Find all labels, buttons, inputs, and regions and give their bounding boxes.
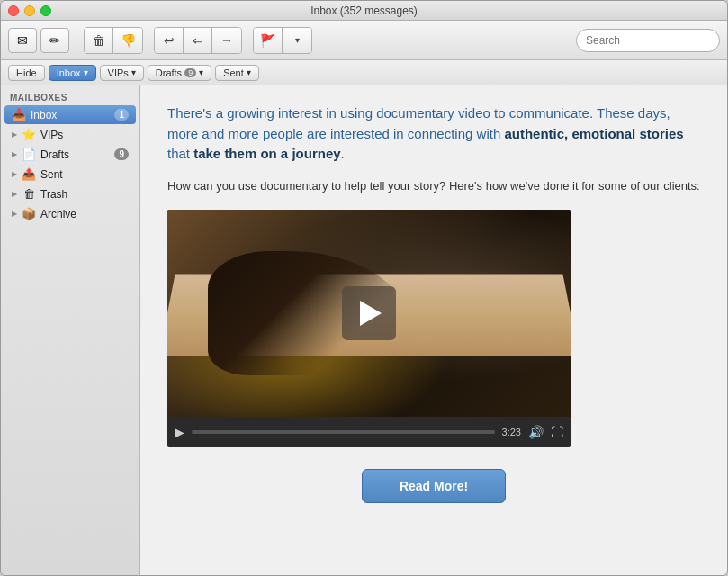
reply-group: ↩ ⇐ → [154, 27, 242, 54]
trash-icon: 🗑 [22, 187, 36, 201]
tab-inbox[interactable]: Inbox ▾ [49, 65, 96, 81]
video-volume-button[interactable]: 🔊 [528, 425, 544, 439]
sidebar-item-trash[interactable]: ▶ 🗑 Trash [4, 184, 136, 203]
inbox-badge: 1 [114, 109, 129, 121]
video-player[interactable]: ▶ 3:23 🔊 ⛶ [167, 210, 571, 447]
sidebar-item-label: Inbox [31, 109, 110, 122]
junk-button[interactable]: 👎 [113, 28, 142, 53]
disclosure-icon: ▶ [12, 170, 17, 178]
sidebar-item-vips[interactable]: ▶ ⭐ VIPs [4, 125, 136, 144]
archive-icon: 📦 [22, 207, 36, 220]
video-fullscreen-button[interactable]: ⛶ [551, 425, 563, 439]
sidebar: MAILBOXES 📥 Inbox 1 ▶ ⭐ VIPs ▶ 📄 Drafts … [1, 86, 140, 576]
delete-button[interactable]: 🗑 [85, 28, 113, 53]
reply-all-button[interactable]: ⇐ [184, 28, 212, 53]
inbox-icon: 📥 [12, 108, 26, 122]
play-button-overlay[interactable] [342, 286, 396, 340]
sidebar-item-label: VIPs [40, 129, 129, 141]
maximize-button[interactable] [40, 5, 51, 16]
traffic-lights [8, 5, 51, 16]
read-more-button[interactable]: Read More! [362, 469, 506, 503]
email-intro-text-3: . [341, 146, 345, 161]
drafts-badge: 9 [114, 148, 129, 160]
title-bar: Inbox (352 messages) [1, 1, 727, 21]
window-title: Inbox (352 messages) [310, 4, 418, 17]
sidebar-item-drafts[interactable]: ▶ 📄 Drafts 9 [4, 145, 136, 164]
toolbar: ✉ ✏ 🗑 👎 ↩ ⇐ → 🚩 ▾ [1, 21, 727, 60]
disclosure-icon: ▶ [12, 190, 17, 198]
email-body-text: How can you use documentary to help tell… [167, 177, 700, 196]
email-bold-2: take them on a journey [193, 146, 340, 161]
tab-sent[interactable]: Sent ▾ [215, 65, 259, 81]
email-bold-1: authentic, emotional stories [504, 126, 683, 141]
email-content-pane: There's a growing interest in using docu… [140, 86, 727, 576]
vips-icon: ⭐ [22, 128, 36, 141]
sidebar-section-label: MAILBOXES [1, 89, 139, 104]
video-controls-bar: ▶ 3:23 🔊 ⛶ [167, 417, 571, 447]
nav-bar: Hide Inbox ▾ VIPs ▾ Drafts 9 ▾ Sent ▾ [1, 60, 727, 86]
flag-button[interactable]: 🚩 [254, 28, 283, 53]
email-intro-text-2: that [167, 146, 193, 161]
tab-drafts[interactable]: Drafts 9 ▾ [148, 65, 211, 81]
main-area: MAILBOXES 📥 Inbox 1 ▶ ⭐ VIPs ▶ 📄 Drafts … [1, 86, 727, 576]
mail-icon-button[interactable]: ✉ [8, 28, 37, 53]
video-progress-bar[interactable] [192, 430, 495, 434]
drafts-icon: 📄 [22, 148, 36, 161]
forward-button[interactable]: → [212, 28, 241, 53]
sidebar-item-label: Trash [40, 188, 129, 201]
sidebar-item-sent[interactable]: ▶ 📤 Sent [4, 165, 136, 184]
sidebar-item-archive[interactable]: ▶ 📦 Archive [4, 204, 136, 223]
email-intro-text: There's a growing interest in using docu… [167, 104, 700, 165]
close-button[interactable] [8, 5, 19, 16]
search-input[interactable] [576, 29, 720, 52]
sidebar-item-inbox[interactable]: 📥 Inbox 1 [4, 105, 136, 124]
video-thumbnail [167, 210, 571, 417]
hide-button[interactable]: Hide [8, 65, 45, 81]
tab-vips[interactable]: VIPs ▾ [100, 65, 144, 81]
sidebar-item-label: Archive [40, 208, 129, 220]
delete-group: 🗑 👎 [84, 27, 143, 54]
minimize-button[interactable] [24, 5, 35, 16]
compose-button[interactable]: ✏ [40, 28, 69, 53]
flag-more-button[interactable]: ▾ [283, 28, 311, 53]
video-play-button[interactable]: ▶ [175, 425, 184, 439]
sent-icon: 📤 [22, 167, 36, 181]
disclosure-icon: ▶ [12, 150, 17, 158]
reply-button[interactable]: ↩ [155, 28, 184, 53]
sidebar-item-label: Sent [40, 168, 129, 181]
disclosure-icon: ▶ [12, 210, 17, 218]
disclosure-icon: ▶ [12, 130, 17, 139]
flag-group: 🚩 ▾ [253, 27, 312, 54]
sidebar-item-label: Drafts [40, 148, 110, 161]
video-duration: 3:23 [502, 427, 521, 437]
play-triangle-icon [360, 301, 382, 326]
